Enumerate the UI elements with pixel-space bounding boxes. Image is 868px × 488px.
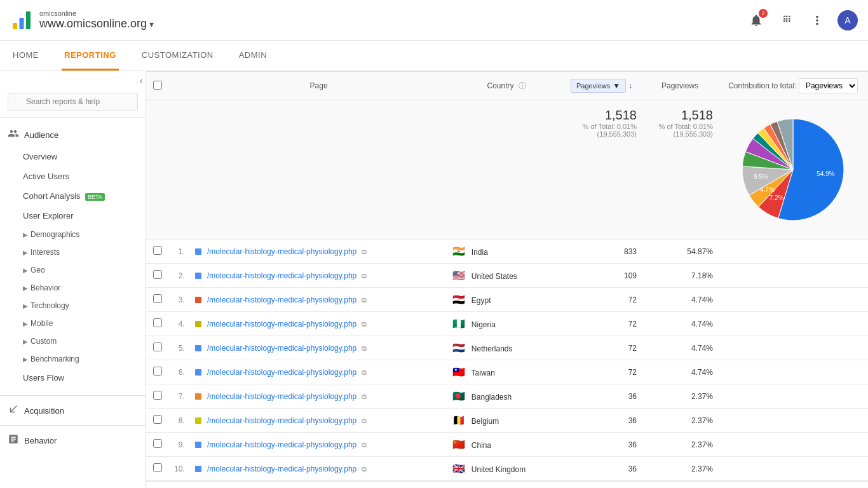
nav-reporting[interactable]: REPORTING bbox=[62, 41, 119, 71]
country-info-icon[interactable]: ⓘ bbox=[519, 81, 526, 90]
row-checkbox[interactable] bbox=[153, 391, 162, 400]
row-num: 8. bbox=[169, 409, 190, 433]
row-pv: 4.74% bbox=[642, 288, 718, 312]
sidebar-item-behavior[interactable]: ▶ Behavior bbox=[0, 279, 146, 297]
pie-chart-container: 54.9%7.2%4.7%9.5% bbox=[723, 106, 863, 233]
page-link[interactable]: /molecular-histology-medical-physiology.… bbox=[207, 464, 356, 473]
row-checkbox[interactable] bbox=[153, 294, 162, 303]
sort-down-icon[interactable]: ↓ bbox=[628, 81, 632, 90]
notifications-button[interactable]: 2 bbox=[746, 10, 766, 30]
row-checkbox-cell bbox=[146, 384, 169, 409]
page-link[interactable]: /molecular-histology-medical-physiology.… bbox=[207, 295, 356, 304]
nav-admin[interactable]: ADMIN bbox=[236, 41, 269, 71]
nav-home[interactable]: HOME bbox=[10, 41, 41, 71]
th-number bbox=[169, 72, 190, 100]
row-checkbox[interactable] bbox=[153, 463, 162, 472]
sidebar-item-interests[interactable]: ▶ Interests bbox=[0, 243, 146, 261]
page-link[interactable]: /molecular-histology-medical-physiology.… bbox=[207, 271, 356, 280]
sidebar-item-mobile[interactable]: ▶ Mobile bbox=[0, 315, 146, 332]
row-checkbox[interactable] bbox=[153, 270, 162, 279]
summary-pv-sort-sub2: (19,555,303) bbox=[571, 130, 637, 138]
row-pv: 2.37% bbox=[642, 433, 718, 457]
row-checkbox[interactable] bbox=[153, 439, 162, 448]
country-flag: 🇹🇼 bbox=[452, 367, 465, 377]
row-num: 1. bbox=[169, 240, 190, 264]
th-contribution: Contribution to total: Pageviews bbox=[718, 72, 868, 100]
th-checkbox bbox=[146, 72, 169, 100]
row-checkbox[interactable] bbox=[153, 318, 162, 327]
summary-checkbox-cell bbox=[146, 100, 169, 240]
country-flag: 🇬🇧 bbox=[452, 463, 465, 474]
row-checkbox[interactable] bbox=[153, 367, 162, 376]
apps-button[interactable] bbox=[776, 10, 797, 30]
page-external-icon[interactable]: ⧉ bbox=[362, 320, 367, 328]
sidebar-item-geo[interactable]: ▶ Geo bbox=[0, 261, 146, 279]
nav-customization[interactable]: CUSTOMIZATION bbox=[139, 41, 216, 71]
sidebar-item-user-explorer[interactable]: User Explorer bbox=[0, 206, 146, 226]
sidebar-item-active-users[interactable]: Active Users bbox=[0, 166, 146, 186]
sidebar-collapse-button[interactable]: ‹ bbox=[140, 75, 143, 86]
select-all-checkbox[interactable] bbox=[153, 81, 162, 90]
row-page: /molecular-histology-medical-physiology.… bbox=[190, 288, 448, 312]
sort-pageviews-button[interactable]: Pageviews ▼ bbox=[571, 79, 626, 93]
page-external-icon[interactable]: ⧉ bbox=[362, 441, 367, 449]
page-link[interactable]: /molecular-histology-medical-physiology.… bbox=[207, 344, 356, 353]
row-checkbox-cell bbox=[146, 240, 169, 264]
sidebar-item-audience[interactable]: Audience bbox=[0, 123, 146, 147]
row-checkbox-cell bbox=[146, 409, 169, 433]
row-num: 3. bbox=[169, 288, 190, 312]
sidebar-item-cohort-analysis[interactable]: Cohort Analysis BETA bbox=[0, 186, 146, 206]
svg-rect-1 bbox=[20, 18, 24, 29]
page-link[interactable]: /molecular-histology-medical-physiology.… bbox=[207, 416, 356, 425]
search-box: 🔍 bbox=[0, 86, 146, 118]
sidebar-item-technology[interactable]: ▶ Technology bbox=[0, 297, 146, 315]
more-options-button[interactable] bbox=[807, 10, 827, 30]
page-external-icon[interactable]: ⧉ bbox=[362, 393, 367, 400]
pagination-bar: Show rows: 10 25 50 100 500 Go to: 1 - 1… bbox=[146, 481, 868, 488]
page-external-icon[interactable]: ⧉ bbox=[362, 465, 367, 473]
row-pv-sort: 109 bbox=[566, 264, 642, 288]
page-external-icon[interactable]: ⧉ bbox=[362, 272, 367, 280]
header-actions: 2 A bbox=[746, 10, 858, 30]
user-avatar[interactable]: A bbox=[837, 10, 858, 30]
sidebar-item-acquisition[interactable]: Acquisition bbox=[0, 398, 146, 423]
google-analytics-logo bbox=[10, 9, 33, 32]
summary-country-cell bbox=[447, 100, 566, 240]
sidebar-item-behavior-section[interactable]: Behavior bbox=[0, 428, 146, 452]
page-link[interactable]: /molecular-histology-medical-physiology.… bbox=[207, 320, 356, 329]
sidebar-item-users-flow[interactable]: Users Flow bbox=[0, 368, 146, 388]
domain-dropdown-icon[interactable]: ▾ bbox=[149, 19, 154, 29]
row-pv: 4.74% bbox=[642, 312, 718, 336]
summary-pv-sort-cell: 1,518 % of Total: 0.01% (19,555,303) bbox=[566, 100, 642, 240]
sidebar-item-benchmarking[interactable]: ▶ Benchmarking bbox=[0, 350, 146, 368]
page-link[interactable]: /molecular-histology-medical-physiology.… bbox=[207, 440, 356, 449]
page-external-icon[interactable]: ⧉ bbox=[362, 296, 367, 304]
row-page: /molecular-histology-medical-physiology.… bbox=[190, 457, 448, 481]
row-contrib bbox=[718, 336, 868, 360]
page-link[interactable]: /molecular-histology-medical-physiology.… bbox=[207, 368, 356, 377]
sort-down-icon: ▼ bbox=[613, 81, 620, 90]
page-external-icon[interactable]: ⧉ bbox=[362, 369, 367, 376]
th-pageviews-sort: Pageviews ▼ ↓ bbox=[566, 72, 642, 100]
summary-pv-sub: % of Total: 0.01% bbox=[647, 123, 713, 130]
sidebar-item-custom[interactable]: ▶ Custom bbox=[0, 332, 146, 350]
row-pv-sort: 72 bbox=[566, 360, 642, 384]
svg-text:9.5%: 9.5% bbox=[754, 173, 768, 180]
search-input[interactable] bbox=[8, 93, 138, 111]
row-pv-sort: 36 bbox=[566, 384, 642, 409]
contrib-select[interactable]: Pageviews bbox=[799, 78, 858, 93]
page-external-icon[interactable]: ⧉ bbox=[362, 248, 367, 255]
page-external-icon[interactable]: ⧉ bbox=[362, 417, 367, 424]
sidebar-item-overview[interactable]: Overview bbox=[0, 147, 146, 166]
page-link[interactable]: /molecular-histology-medical-physiology.… bbox=[207, 392, 356, 401]
row-checkbox[interactable] bbox=[153, 415, 162, 424]
row-contrib bbox=[718, 433, 868, 457]
page-external-icon[interactable]: ⧉ bbox=[362, 344, 367, 352]
sidebar-item-demographics[interactable]: ▶ Demographics bbox=[0, 226, 146, 243]
row-checkbox[interactable] bbox=[153, 246, 162, 255]
row-checkbox[interactable] bbox=[153, 342, 162, 351]
row-pv-sort: 72 bbox=[566, 312, 642, 336]
page-link[interactable]: /molecular-histology-medical-physiology.… bbox=[207, 247, 356, 256]
th-pageviews: Pageviews bbox=[642, 72, 718, 100]
beta-badge: BETA bbox=[85, 193, 105, 201]
